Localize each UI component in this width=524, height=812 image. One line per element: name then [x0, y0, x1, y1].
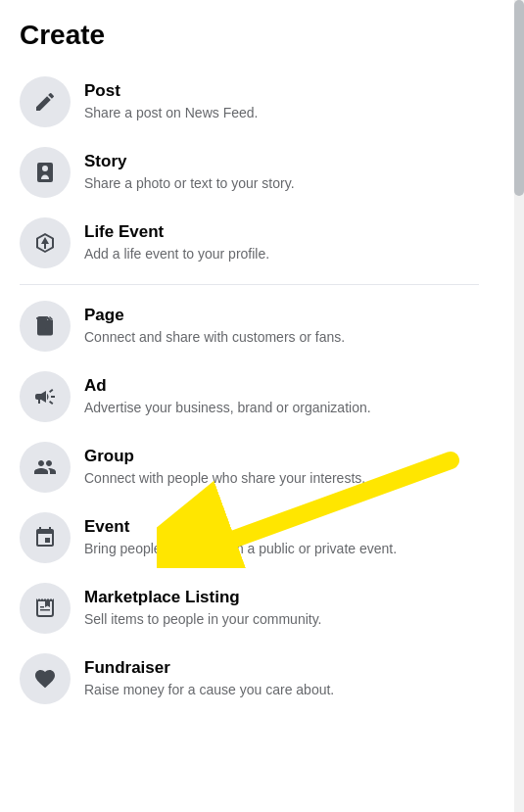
story-desc: Share a photo or text to your story. [84, 174, 295, 194]
group-icon-circle [20, 442, 71, 493]
marketplace-icon-circle [20, 583, 71, 634]
page-desc: Connect and share with customers or fans… [84, 328, 345, 348]
post-icon [33, 90, 57, 114]
ad-desc: Advertise your business, brand or organi… [84, 399, 371, 418]
life-event-text: Life Event Add a life event to your prof… [84, 221, 269, 264]
menu-item-page[interactable]: Page Connect and share with customers or… [20, 291, 479, 361]
ad-icon-circle [20, 371, 71, 422]
page-icon [33, 314, 57, 338]
ad-title: Ad [84, 375, 371, 397]
group-desc: Connect with people who share your inter… [84, 469, 365, 489]
event-desc: Bring people together with a public or p… [84, 540, 397, 559]
create-menu-container[interactable]: Create Post Share a post on News Feed. S… [0, 0, 495, 812]
section-divider [20, 284, 479, 285]
group-icon [33, 455, 57, 479]
scrollbar-thumb[interactable] [514, 0, 524, 196]
group-text: Group Connect with people who share your… [84, 446, 365, 489]
page-title: Create [20, 20, 479, 51]
marketplace-title: Marketplace Listing [84, 587, 322, 608]
post-desc: Share a post on News Feed. [84, 104, 258, 123]
ad-text: Ad Advertise your business, brand or org… [84, 375, 371, 418]
post-icon-circle [20, 76, 71, 127]
menu-item-group[interactable]: Group Connect with people who share your… [20, 432, 479, 502]
story-icon [33, 161, 57, 184]
life-event-icon-circle [20, 217, 71, 268]
fundraiser-icon [33, 667, 57, 691]
menu-item-post[interactable]: Post Share a post on News Feed. [20, 67, 479, 137]
page-icon-circle [20, 301, 71, 352]
menu-item-ad[interactable]: Ad Advertise your business, brand or org… [20, 361, 479, 432]
event-title: Event [84, 516, 397, 538]
fundraiser-title: Fundraiser [84, 657, 334, 679]
life-event-desc: Add a life event to your profile. [84, 245, 269, 264]
post-title: Post [84, 80, 258, 102]
menu-item-event[interactable]: Event Bring people together with a publi… [20, 502, 479, 573]
group-title: Group [84, 446, 365, 467]
svg-rect-0 [36, 317, 38, 319]
marketplace-text: Marketplace Listing Sell items to people… [84, 587, 322, 630]
life-event-icon [33, 231, 57, 255]
fundraiser-icon-circle [20, 653, 71, 704]
story-icon-circle [20, 147, 71, 198]
menu-item-life-event[interactable]: Life Event Add a life event to your prof… [20, 208, 479, 278]
fundraiser-desc: Raise money for a cause you care about. [84, 681, 334, 700]
life-event-title: Life Event [84, 221, 269, 243]
event-icon-circle [20, 512, 71, 563]
scrollbar-track[interactable] [514, 0, 524, 812]
event-text: Event Bring people together with a publi… [84, 516, 397, 559]
menu-item-marketplace[interactable]: Marketplace Listing Sell items to people… [20, 573, 479, 644]
marketplace-desc: Sell items to people in your community. [84, 610, 322, 630]
marketplace-icon [33, 597, 57, 620]
page-title-label: Page [84, 305, 345, 326]
story-text: Story Share a photo or text to your stor… [84, 151, 295, 194]
event-icon [33, 526, 57, 549]
ad-icon [33, 385, 57, 408]
page-text: Page Connect and share with customers or… [84, 305, 345, 348]
menu-item-fundraiser[interactable]: Fundraiser Raise money for a cause you c… [20, 644, 479, 714]
story-title: Story [84, 151, 295, 172]
post-text: Post Share a post on News Feed. [84, 80, 258, 123]
menu-item-story[interactable]: Story Share a photo or text to your stor… [20, 137, 479, 208]
fundraiser-text: Fundraiser Raise money for a cause you c… [84, 657, 334, 700]
